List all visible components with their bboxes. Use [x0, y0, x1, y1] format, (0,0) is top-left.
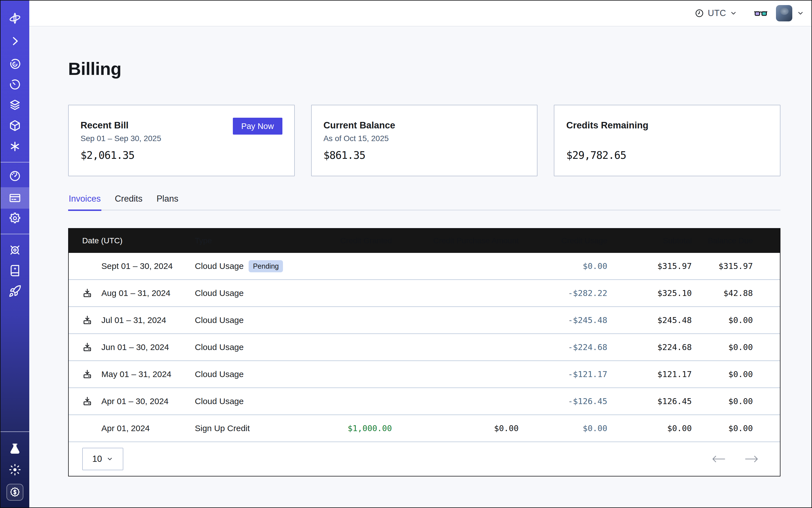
summary-card-current-balance: Current BalanceAs of Oct 15, 2025$861.35: [311, 105, 538, 176]
reader-glasses-icon[interactable]: [754, 8, 768, 18]
billing-badge-button[interactable]: [6, 484, 24, 501]
tab-plans[interactable]: Plans: [156, 194, 179, 210]
invoice-row: Apr 01 – 30, 2024Cloud Usage-$126.45$126…: [69, 388, 780, 415]
download-invoice-button[interactable]: [82, 369, 92, 379]
credit-usage-cell: -$126.45: [519, 396, 607, 406]
logo-icon[interactable]: [8, 12, 22, 25]
rocket-icon[interactable]: [8, 285, 22, 298]
helm-wheel-icon[interactable]: [8, 244, 22, 257]
page-size-value: 10: [92, 454, 102, 464]
download-icon: [82, 288, 92, 298]
theme-sun-icon[interactable]: [8, 463, 22, 476]
billing-card-icon[interactable]: [8, 192, 22, 204]
download-slot: [82, 369, 101, 379]
arrow-left-icon: [711, 454, 726, 464]
invoice-date: Aug 01 – 31, 2024: [101, 288, 170, 298]
invoice-type: Sign Up Credit: [195, 424, 250, 433]
download-invoice-button[interactable]: [82, 315, 92, 325]
sidebar-divider: [1, 234, 29, 234]
layers-icon[interactable]: [8, 98, 22, 111]
download-invoice-button[interactable]: [82, 288, 92, 298]
credit-usage-cell: -$282.22: [519, 288, 607, 298]
column-header-date-utc-: Date (UTC): [69, 236, 195, 245]
credit-usage-cell: -$224.68: [519, 342, 607, 352]
download-invoice-button[interactable]: [82, 342, 92, 352]
card-title: Current Balance: [324, 120, 395, 131]
balance-due-cell: $0.00: [692, 342, 780, 352]
account-menu-chevron-icon[interactable]: [797, 9, 804, 17]
credit-granted-cell: $1,000.00: [305, 424, 392, 433]
card-amount: $29,782.65: [566, 149, 626, 161]
app-window: UTC Billing Recent BillSep 01 – Sep 30, …: [0, 0, 812, 508]
invoice-date: Sept 01 – 30, 2024: [101, 261, 173, 271]
status-badge: Pending: [249, 260, 283, 272]
subtotal-cell: $224.68: [607, 342, 692, 352]
labs-flask-icon[interactable]: [8, 442, 22, 455]
summary-card-recent-bill: Recent BillSep 01 – Sep 30, 2025$2,061.3…: [68, 105, 295, 176]
user-avatar[interactable]: [776, 5, 792, 22]
subtotal-cell: $121.17: [607, 370, 692, 379]
type-cell: Cloud Usage: [195, 342, 305, 352]
usage-gauge-icon[interactable]: [8, 170, 22, 182]
download-icon: [82, 342, 92, 352]
page-size-select[interactable]: 10: [82, 448, 123, 470]
balance-due-cell: $0.00: [692, 370, 780, 379]
docs-book-icon[interactable]: [8, 264, 22, 277]
invoice-row: Aug 01 – 31, 2024Cloud Usage-$282.22$325…: [69, 280, 780, 307]
iris-scan-icon[interactable]: [8, 58, 22, 71]
column-header-credit-purchase-amount: Credit Purchase Amount: [392, 236, 519, 245]
type-cell: Cloud Usage: [195, 315, 305, 325]
download-invoice-button[interactable]: [82, 396, 92, 406]
invoice-row: May 01 – 31, 2024Cloud Usage-$121.17$121…: [69, 361, 780, 388]
credit-usage-cell: -$121.17: [519, 370, 607, 379]
type-cell: Cloud Usage: [195, 288, 305, 298]
credit-purchase-cell: $0.00: [392, 424, 519, 433]
column-header-credit-usage: Credit Usage: [519, 236, 607, 245]
arrow-right-icon: [744, 454, 759, 464]
settings-gear-icon[interactable]: [8, 212, 22, 225]
summary-card-credits-remaining: Credits Remaining$29,782.65: [554, 105, 780, 176]
type-cell: Cloud Usage: [195, 370, 305, 379]
clock-icon: [695, 8, 704, 18]
download-icon: [82, 396, 92, 406]
card-subtitle: As of Oct 15, 2025: [324, 134, 389, 143]
invoice-row: Jul 01 – 31, 2024Cloud Usage-$245.48$245…: [69, 307, 780, 334]
chevron-down-icon: [106, 456, 113, 462]
page-title: Billing: [68, 58, 121, 79]
date-cell: Sept 01 – 30, 2024: [69, 261, 195, 271]
next-page-button[interactable]: [744, 454, 759, 464]
invoice-type: Cloud Usage: [195, 315, 244, 325]
subtotal-cell: $315.97: [607, 261, 692, 271]
card-title: Credits Remaining: [566, 120, 648, 131]
credit-usage-cell: -$245.48: [519, 315, 607, 325]
card-title: Recent Bill: [81, 120, 129, 131]
download-slot: [82, 315, 101, 325]
asterisk-icon[interactable]: [8, 140, 22, 153]
invoice-row: Jun 01 – 30, 2024Cloud Usage-$224.68$224…: [69, 334, 780, 361]
type-cell: Cloud Usage: [195, 396, 305, 406]
tab-credits[interactable]: Credits: [114, 194, 143, 210]
date-cell: May 01 – 31, 2024: [69, 369, 195, 379]
tab-invoices[interactable]: Invoices: [68, 194, 101, 210]
column-header-subtotal: Subtotal: [607, 236, 692, 245]
prev-page-button[interactable]: [711, 454, 726, 464]
cube-icon[interactable]: [8, 119, 22, 132]
date-cell: Jul 01 – 31, 2024: [69, 315, 195, 325]
invoice-date: Jun 01 – 30, 2024: [101, 342, 169, 352]
subtotal-cell: $245.48: [607, 315, 692, 325]
date-cell: Aug 01 – 31, 2024: [69, 288, 195, 298]
credit-usage-cell: $0.00: [519, 261, 607, 271]
history-timer-icon[interactable]: [8, 78, 22, 91]
expand-sidebar-icon[interactable]: [8, 35, 22, 48]
date-cell: Apr 01, 2024: [69, 424, 195, 433]
pay-now-button[interactable]: Pay Now: [233, 118, 283, 135]
invoice-table-footer: 10: [69, 442, 780, 476]
balance-due-cell: $315.97: [692, 261, 780, 271]
date-cell: Apr 01 – 30, 2024: [69, 396, 195, 406]
invoice-table: Date (UTC)TypeCredit GrantedCredit Purch…: [68, 228, 780, 476]
invoice-table-header: Date (UTC)TypeCredit GrantedCredit Purch…: [69, 229, 780, 253]
card-amount: $2,061.35: [81, 149, 134, 161]
timezone-selector[interactable]: UTC: [695, 8, 737, 18]
invoice-type: Cloud Usage: [195, 342, 244, 352]
invoice-date: May 01 – 31, 2024: [101, 370, 171, 379]
